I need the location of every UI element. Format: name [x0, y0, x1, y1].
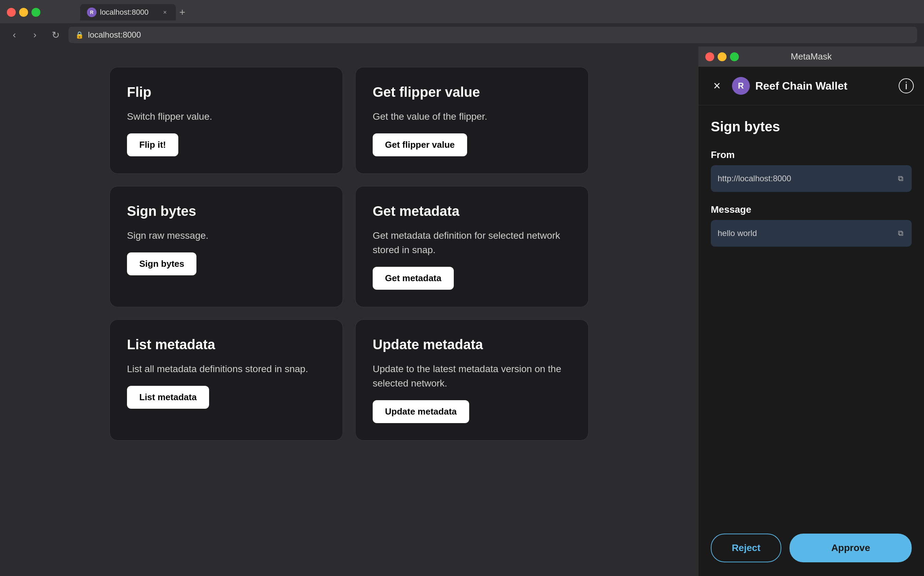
update-metadata-card: Update metadata Update to the latest met…: [355, 320, 589, 440]
flip-button[interactable]: Flip it!: [127, 133, 178, 156]
list-metadata-card: List metadata List all metadata definiti…: [109, 320, 343, 440]
message-label: Message: [711, 204, 912, 215]
metamask-header: × R Reef Chain Wallet i: [698, 67, 924, 106]
metamask-close-button[interactable]: ×: [709, 78, 725, 94]
lock-icon: 🔒: [75, 31, 84, 39]
minimize-traffic-light[interactable]: [19, 8, 28, 17]
get-flipper-button[interactable]: Get flipper value: [373, 133, 467, 156]
title-bar: R localhost:8000 × +: [0, 0, 924, 23]
metamask-traffic-lights: [705, 52, 739, 61]
metamask-info-button[interactable]: i: [899, 78, 914, 93]
from-label: From: [711, 149, 912, 160]
active-tab[interactable]: R localhost:8000 ×: [80, 4, 176, 21]
mm-close-light[interactable]: [705, 52, 714, 61]
back-button[interactable]: ‹: [7, 27, 22, 42]
close-traffic-light[interactable]: [7, 8, 16, 17]
from-copy-button[interactable]: ⧉: [897, 173, 905, 184]
get-metadata-card: Get metadata Get metadata definition for…: [355, 186, 589, 307]
address-url: localhost:8000: [88, 30, 141, 40]
approve-button[interactable]: Approve: [789, 534, 912, 562]
main-layout: Flip Switch flipper value. Flip it! Get …: [0, 46, 924, 576]
nav-bar: ‹ › ↻ 🔒 localhost:8000: [0, 23, 924, 46]
list-metadata-card-title: List metadata: [127, 337, 325, 352]
refresh-button[interactable]: ↻: [48, 27, 63, 42]
mm-maximize-light[interactable]: [730, 52, 739, 61]
sign-bytes-card-description: Sign raw message.: [127, 229, 325, 243]
get-flipper-card-description: Get the value of the flipper.: [373, 109, 571, 124]
from-field-group: From http://localhost:8000 ⧉: [711, 149, 912, 192]
metamask-window-bar: MetaMask: [698, 46, 924, 67]
message-field-group: Message hello world ⧉: [711, 204, 912, 246]
from-value: http://localhost:8000: [717, 174, 892, 183]
get-flipper-card: Get flipper value Get the value of the f…: [355, 67, 589, 174]
tab-favicon: R: [87, 8, 96, 17]
message-value: hello world: [717, 229, 892, 238]
get-flipper-card-title: Get flipper value: [373, 85, 571, 100]
get-metadata-button[interactable]: Get metadata: [373, 267, 454, 290]
metamask-window-title: MetaMask: [791, 51, 832, 62]
browser-chrome: R localhost:8000 × + ‹ › ↻ 🔒 localhost:8…: [0, 0, 924, 46]
flip-card: Flip Switch flipper value. Flip it!: [109, 67, 343, 174]
metamask-body: Sign bytes From http://localhost:8000 ⧉ …: [698, 106, 924, 523]
forward-button[interactable]: ›: [27, 27, 42, 42]
web-content: Flip Switch flipper value. Flip it! Get …: [0, 46, 698, 576]
sign-bytes-card: Sign bytes Sign raw message. Sign bytes: [109, 186, 343, 307]
metamask-wallet-title: Reef Chain Wallet: [755, 80, 847, 92]
metamask-panel: MetaMask × R Reef Chain Wallet i Sign by…: [698, 46, 924, 576]
from-input: http://localhost:8000 ⧉: [711, 165, 912, 192]
list-metadata-card-description: List all metadata definitions stored in …: [127, 362, 325, 376]
sign-bytes-section-title: Sign bytes: [711, 119, 912, 134]
list-metadata-button[interactable]: List metadata: [127, 386, 209, 409]
metamask-footer: Reject Approve: [698, 523, 924, 576]
update-metadata-button[interactable]: Update metadata: [373, 400, 469, 423]
get-metadata-card-description: Get metadata definition for selected net…: [373, 229, 571, 257]
reject-button[interactable]: Reject: [711, 534, 781, 562]
sign-bytes-button[interactable]: Sign bytes: [127, 253, 197, 275]
flip-card-description: Switch flipper value.: [127, 109, 325, 124]
reef-chain-logo: R: [732, 77, 750, 95]
get-metadata-card-title: Get metadata: [373, 203, 571, 219]
mm-minimize-light[interactable]: [717, 52, 727, 61]
traffic-lights: [7, 8, 40, 17]
update-metadata-card-description: Update to the latest metadata version on…: [373, 362, 571, 390]
sign-bytes-card-title: Sign bytes: [127, 203, 325, 219]
metamask-title-row: R Reef Chain Wallet: [732, 77, 892, 95]
message-copy-button[interactable]: ⧉: [897, 227, 905, 239]
maximize-traffic-light[interactable]: [32, 8, 40, 17]
flip-card-title: Flip: [127, 85, 325, 100]
update-metadata-card-title: Update metadata: [373, 337, 571, 352]
address-bar[interactable]: 🔒 localhost:8000: [69, 27, 917, 43]
tab-close-button[interactable]: ×: [161, 8, 169, 16]
new-tab-button[interactable]: +: [176, 6, 189, 18]
tab-title: localhost:8000: [100, 8, 157, 17]
message-input: hello world ⧉: [711, 220, 912, 246]
cards-grid: Flip Switch flipper value. Flip it! Get …: [109, 67, 589, 440]
tab-bar: R localhost:8000 × +: [73, 4, 196, 21]
